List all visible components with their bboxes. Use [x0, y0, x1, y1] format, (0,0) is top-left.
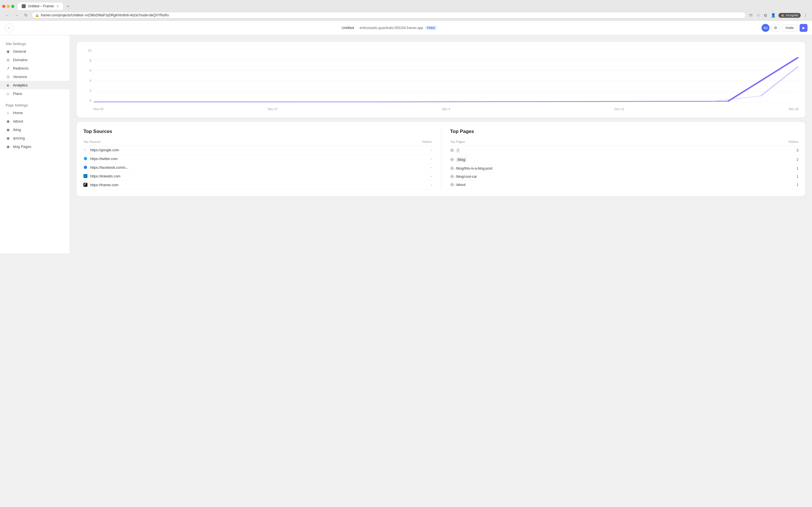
page-visitors: 2 — [731, 155, 799, 165]
x-label-nov20: Nov 20 — [94, 107, 103, 111]
sources-table: Top Sources Visitors G https://google.co… — [84, 139, 432, 189]
close-window-btn[interactable] — [2, 5, 5, 8]
y-label-0: 0 — [84, 99, 91, 102]
avatar: SJ — [762, 24, 769, 32]
invite-button[interactable]: Invite — [782, 24, 797, 31]
pages-col-header: Top Pages — [450, 139, 731, 146]
profile-icon[interactable]: 👤 — [770, 12, 777, 18]
source-name: https://google.com — [90, 148, 119, 152]
project-domain: enthusiastic-guardrails-093164.framer.ap… — [359, 26, 423, 30]
x-label-dec11: Dec 11 — [614, 107, 624, 111]
sidebar-item-pricing[interactable]: ◉ /pricing — [0, 134, 70, 142]
chart-card: 0 2 4 6 8 10 — [77, 42, 805, 117]
minimize-window-btn[interactable] — [7, 5, 10, 8]
svg-text:G: G — [85, 149, 86, 151]
header-actions: SJ ⚙ Invite ▶ — [762, 24, 808, 32]
tab-close-button[interactable]: ✕ — [56, 4, 59, 8]
page-cell: /blog/this-is-a-blog-post — [450, 165, 731, 173]
extensions-icon[interactable]: ⧉ — [763, 12, 768, 18]
framer-icon — [84, 183, 88, 187]
menu-icon[interactable]: ⋮ — [802, 12, 809, 18]
svg-text:in: in — [85, 175, 86, 177]
incognito-icon: 🕵 — [781, 13, 784, 17]
page-highlighted-name: / — [456, 148, 460, 153]
sidebar-item-analytics[interactable]: ◈ Analytics — [0, 81, 70, 89]
sidebar-label-home: Home — [13, 111, 23, 115]
new-tab-button[interactable]: + — [64, 2, 72, 10]
chart-container: 0 2 4 6 8 10 — [84, 49, 799, 111]
sidebar-item-blog[interactable]: ◉ /blog — [0, 125, 70, 134]
sidebar-label-analytics: Analytics — [13, 83, 28, 87]
bookmark-icon[interactable]: ☆ — [755, 12, 761, 18]
svg-text:𝕏: 𝕏 — [84, 158, 86, 159]
maximize-window-btn[interactable] — [11, 5, 14, 8]
globe-icon — [450, 158, 454, 162]
sidebar-item-domains[interactable]: ◎ Domains — [0, 55, 70, 64]
preview-button[interactable]: ▶ — [800, 24, 808, 32]
content-area: 0 2 4 6 8 10 — [70, 35, 812, 253]
sidebar-label-general: General — [13, 49, 26, 54]
back-to-projects-button[interactable]: ← — [4, 23, 13, 33]
pages-table-row: /about 1 — [450, 181, 799, 189]
settings-button[interactable]: ⚙ — [772, 24, 779, 32]
general-icon: ◉ — [6, 49, 10, 54]
page-visitors: 3 — [731, 146, 799, 155]
versions-icon: ◷ — [6, 74, 10, 79]
cast-icon[interactable]: ⊓ — [748, 12, 754, 18]
app-header: ← Untitled · enthusiastic-guardrails-093… — [0, 20, 812, 35]
plans-icon: ◇ — [6, 91, 10, 96]
url-text: framer.com/projects/Untitled--mZ98oDWaPJ… — [41, 13, 169, 17]
sources-table-row: G https://google.com - — [84, 146, 432, 155]
line-chart-svg — [94, 49, 799, 102]
page-cell: /blog — [450, 155, 731, 165]
pricing-icon: ◉ — [6, 136, 10, 140]
x-label-nov27: Nov 27 — [268, 107, 278, 111]
source-visitors: - — [368, 155, 432, 163]
pages-table-row: /blog/this-is-a-blog-post 1 — [450, 165, 799, 173]
address-bar[interactable]: 🔒 framer.com/projects/Untitled--mZ98oDWa… — [32, 12, 746, 18]
back-button[interactable]: ← — [3, 12, 11, 18]
chart-svg-area — [94, 49, 799, 102]
twitter-icon: 𝕏 — [84, 157, 88, 161]
top-pages-section: Top Pages Top Pages Visitors — [450, 129, 799, 189]
chart-x-labels: Nov 20 Nov 27 Dec 4 Dec 11 Dec 18 — [94, 107, 799, 111]
sidebar-item-blog-pages[interactable]: ◉ blog Pages — [0, 142, 70, 151]
y-label-8: 8 — [84, 59, 91, 62]
source-name: https://framer.com — [90, 183, 118, 187]
y-label-2: 2 — [84, 89, 91, 92]
source-visitors: - — [368, 146, 432, 155]
redirects-icon: ↗ — [6, 66, 10, 70]
linkedin-icon: in — [84, 174, 88, 179]
pages-visitors-header: Visitors — [731, 139, 799, 146]
incognito-badge: 🕵 Incognito — [778, 13, 801, 18]
forward-button[interactable]: → — [13, 12, 20, 18]
blog-icon: ◉ — [6, 127, 10, 132]
globe-icon — [450, 149, 454, 152]
sidebar-item-redirects[interactable]: ↗ Redirects — [0, 64, 70, 72]
reload-button[interactable]: ↻ — [22, 12, 29, 18]
browser-tab[interactable]: Untitled – Framer ✕ — [18, 3, 63, 10]
page-cell: /about — [450, 181, 731, 189]
browser-chrome: Untitled – Framer ✕ + ← → ↻ 🔒 framer.com… — [0, 0, 812, 20]
sidebar-label-blog-pages: blog Pages — [13, 145, 31, 149]
top-sources-title: Top Sources — [84, 129, 432, 134]
main-layout: Site Settings ◉ General ◎ Domains ↗ Redi… — [0, 35, 812, 253]
sidebar-item-plans[interactable]: ◇ Plans — [0, 89, 70, 98]
sources-col-header: Top Sources — [84, 139, 368, 146]
sidebar-label-plans: Plans — [13, 92, 22, 96]
sidebar-item-about[interactable]: ◉ /about — [0, 117, 70, 125]
sidebar-item-general[interactable]: ◉ General — [0, 47, 70, 55]
tab-bar: Untitled – Framer ✕ + — [0, 0, 812, 10]
traffic-lights — [2, 5, 14, 8]
page-name: /blog/cool-car — [456, 175, 477, 179]
two-col-layout: Top Sources Top Sources Visitors G https… — [84, 129, 799, 189]
sidebar-label-pricing: /pricing — [13, 136, 25, 140]
header-center: Untitled · enthusiastic-guardrails-09316… — [17, 25, 762, 30]
sidebar-item-home[interactable]: ⌂ Home — [0, 108, 70, 117]
sources-visitors-header: Visitors — [368, 139, 432, 146]
sidebar-label-versions: Versions — [13, 75, 27, 79]
back-arrow-icon: ← — [7, 25, 11, 30]
top-pages-title: Top Pages — [450, 129, 799, 134]
about-icon: ◉ — [6, 119, 10, 123]
sidebar-item-versions[interactable]: ◷ Versions — [0, 72, 70, 81]
